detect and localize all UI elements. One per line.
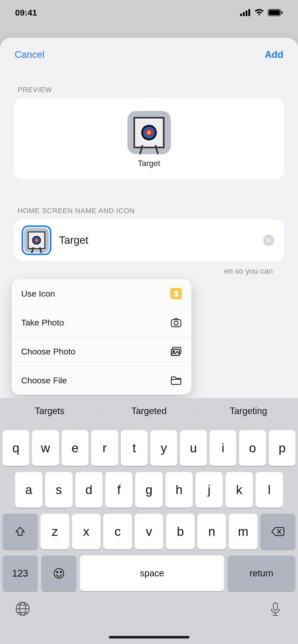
key-v[interactable]: v bbox=[135, 514, 163, 549]
keyboard-row-1: q w e r t y u i o p bbox=[0, 430, 298, 466]
key-emoji[interactable] bbox=[41, 555, 77, 591]
mic-icon bbox=[268, 601, 283, 616]
svg-point-15 bbox=[57, 572, 58, 573]
key-b[interactable]: b bbox=[166, 514, 195, 549]
emoji-icon bbox=[53, 568, 65, 579]
key-h[interactable]: h bbox=[165, 472, 193, 508]
key-a[interactable]: a bbox=[15, 472, 42, 508]
xmark-circle-icon bbox=[266, 237, 272, 243]
preview-section-label: PREVIEW bbox=[0, 68, 298, 98]
key-w[interactable]: w bbox=[32, 430, 59, 466]
key-n[interactable]: n bbox=[197, 514, 226, 549]
add-to-home-sheet: Cancel Add PREVIEW Target HOME SCREEN NA… bbox=[0, 38, 298, 644]
homescreen-name-input[interactable] bbox=[59, 234, 256, 246]
wifi-icon bbox=[254, 9, 264, 16]
key-m[interactable]: m bbox=[229, 514, 257, 549]
key-o[interactable]: o bbox=[239, 430, 266, 466]
key-e[interactable]: e bbox=[62, 430, 88, 466]
key-q[interactable]: q bbox=[3, 430, 29, 466]
key-d[interactable]: d bbox=[75, 472, 103, 508]
key-c[interactable]: c bbox=[103, 514, 132, 549]
svg-rect-6 bbox=[281, 11, 283, 14]
svg-point-8 bbox=[174, 321, 178, 325]
suggestion-3[interactable]: Targeting bbox=[199, 406, 298, 416]
key-p[interactable]: p bbox=[269, 430, 295, 466]
menu-take-photo[interactable]: Take Photo bbox=[12, 308, 191, 337]
svg-rect-1 bbox=[243, 12, 245, 16]
key-u[interactable]: u bbox=[180, 430, 207, 466]
suggestion-bar: Targets Targeted Targeting bbox=[0, 398, 298, 424]
menu-choose-file[interactable]: Choose File bbox=[12, 366, 191, 395]
keyboard: Targets Targeted Targeting q w e r t y u… bbox=[0, 398, 298, 644]
icon-source-menu: Use Icon Take Photo Choose Photo Choose … bbox=[12, 279, 191, 395]
globe-button[interactable] bbox=[15, 601, 30, 617]
photo-stack-icon bbox=[170, 346, 182, 357]
key-delete[interactable] bbox=[260, 514, 295, 549]
shortcuts-app-icon bbox=[170, 288, 182, 299]
dictation-button[interactable] bbox=[268, 601, 283, 617]
key-t[interactable]: t bbox=[121, 430, 148, 466]
keyboard-bottom-bar bbox=[0, 591, 298, 617]
svg-rect-2 bbox=[246, 11, 247, 16]
key-x[interactable]: x bbox=[72, 514, 101, 549]
key-space[interactable]: space bbox=[80, 555, 224, 591]
key-123[interactable]: 123 bbox=[3, 555, 38, 591]
menu-use-icon[interactable]: Use Icon bbox=[12, 279, 191, 308]
shift-icon bbox=[14, 526, 26, 537]
key-l[interactable]: l bbox=[256, 472, 283, 508]
svg-rect-5 bbox=[269, 10, 280, 15]
icon-selector-button[interactable] bbox=[22, 225, 51, 255]
status-time: 09:41 bbox=[15, 8, 37, 18]
cellular-icon bbox=[240, 9, 251, 16]
preview-app-name: Target bbox=[138, 159, 160, 168]
suggestion-1[interactable]: Targets bbox=[0, 406, 99, 416]
name-and-icon-card bbox=[14, 219, 284, 261]
folder-icon bbox=[170, 375, 182, 386]
hint-text-fragment: en so you can bbox=[0, 261, 298, 276]
globe-icon bbox=[15, 601, 30, 616]
key-j[interactable]: j bbox=[195, 472, 223, 508]
svg-rect-7 bbox=[171, 320, 181, 327]
menu-label: Use Icon bbox=[21, 289, 55, 299]
keyboard-row-3: z x c v b n m bbox=[0, 514, 298, 549]
menu-label: Take Photo bbox=[21, 318, 64, 328]
preview-app-icon bbox=[127, 111, 171, 154]
keyboard-row-4: 123 space return bbox=[0, 555, 298, 591]
add-button[interactable]: Add bbox=[265, 49, 283, 60]
menu-choose-photo[interactable]: Choose Photo bbox=[12, 337, 191, 366]
status-bar: 09:41 bbox=[0, 0, 298, 25]
sheet-header: Cancel Add bbox=[0, 38, 298, 68]
home-indicator[interactable] bbox=[109, 636, 189, 638]
key-i[interactable]: i bbox=[210, 430, 236, 466]
key-y[interactable]: y bbox=[150, 430, 177, 466]
svg-rect-3 bbox=[248, 9, 250, 16]
battery-icon bbox=[268, 9, 283, 16]
svg-point-16 bbox=[60, 572, 61, 573]
menu-label: Choose File bbox=[21, 376, 67, 385]
name-section-label: HOME SCREEN NAME AND ICON bbox=[0, 179, 298, 219]
key-s[interactable]: s bbox=[45, 472, 72, 508]
keyboard-row-2: a s d f g h j k l bbox=[0, 472, 298, 508]
delete-icon bbox=[271, 527, 284, 537]
status-indicators bbox=[240, 9, 283, 16]
key-f[interactable]: f bbox=[105, 472, 133, 508]
key-k[interactable]: k bbox=[225, 472, 253, 508]
preview-card: Target bbox=[14, 98, 284, 179]
key-g[interactable]: g bbox=[135, 472, 162, 508]
cancel-button[interactable]: Cancel bbox=[15, 49, 44, 60]
key-return[interactable]: return bbox=[227, 555, 295, 591]
camera-icon bbox=[170, 317, 182, 328]
clear-text-button[interactable] bbox=[263, 235, 274, 246]
key-shift[interactable] bbox=[3, 514, 38, 549]
menu-label: Choose Photo bbox=[21, 347, 76, 356]
key-z[interactable]: z bbox=[41, 514, 69, 549]
key-r[interactable]: r bbox=[91, 430, 118, 466]
svg-rect-0 bbox=[240, 14, 242, 16]
suggestion-2[interactable]: Targeted bbox=[100, 406, 199, 416]
svg-rect-20 bbox=[273, 603, 277, 610]
